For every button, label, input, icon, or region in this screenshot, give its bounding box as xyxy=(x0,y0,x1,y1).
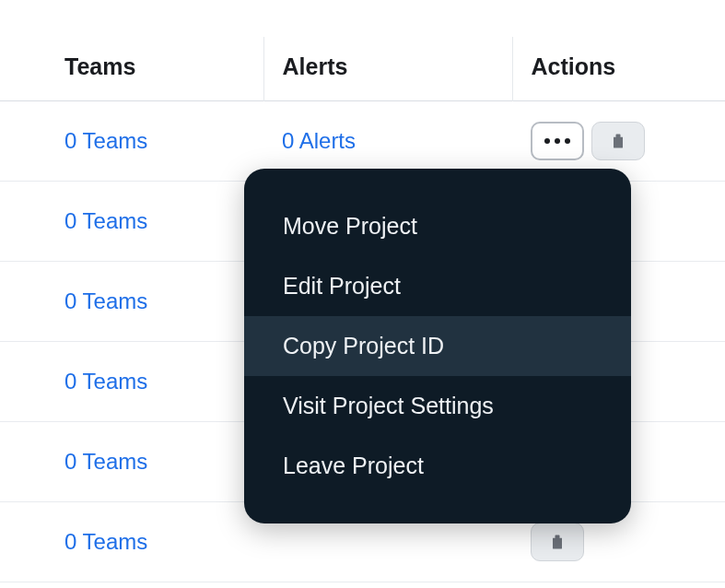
trash-icon xyxy=(609,131,627,151)
column-header-actions: Actions xyxy=(512,37,725,101)
menu-item[interactable]: Leave Project xyxy=(244,436,631,496)
menu-item[interactable]: Visit Project Settings xyxy=(244,376,631,436)
more-button[interactable] xyxy=(531,122,584,160)
teams-link[interactable]: 0 Teams xyxy=(64,288,147,313)
ellipsis-icon xyxy=(544,138,570,144)
menu-item[interactable]: Edit Project xyxy=(244,256,631,316)
menu-item[interactable]: Copy Project ID xyxy=(244,316,631,376)
delete-button[interactable] xyxy=(531,523,584,561)
teams-link[interactable]: 0 Teams xyxy=(64,369,147,394)
delete-button[interactable] xyxy=(591,122,645,160)
actions-wrap xyxy=(531,122,707,160)
teams-link[interactable]: 0 Teams xyxy=(64,128,147,153)
actions-wrap xyxy=(531,523,707,561)
column-header-alerts: Alerts xyxy=(263,37,512,101)
teams-link[interactable]: 0 Teams xyxy=(64,529,147,554)
alerts-link[interactable]: 0 Alerts xyxy=(282,128,356,153)
table-header-row: Teams Alerts Actions xyxy=(0,37,725,101)
menu-item[interactable]: Move Project xyxy=(244,196,631,256)
context-menu: Move ProjectEdit ProjectCopy Project IDV… xyxy=(244,169,631,523)
column-header-teams: Teams xyxy=(0,37,263,101)
teams-link[interactable]: 0 Teams xyxy=(64,208,147,233)
teams-link[interactable]: 0 Teams xyxy=(64,449,147,474)
trash-icon xyxy=(548,532,567,552)
